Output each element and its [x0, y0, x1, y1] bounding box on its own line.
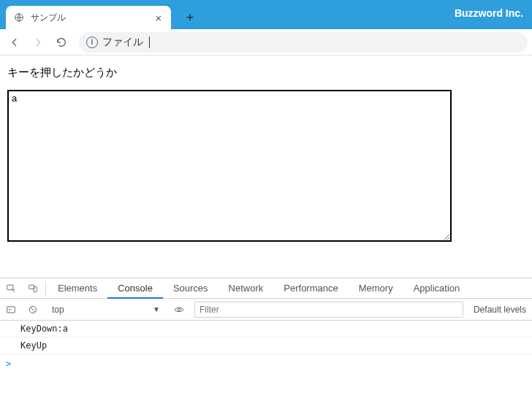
back-button[interactable] — [4, 32, 25, 53]
browser-toolbar: i ファイル — [0, 29, 532, 56]
svg-point-6 — [178, 308, 180, 311]
tab-performance[interactable]: Performance — [273, 278, 348, 298]
context-label: top — [52, 305, 64, 315]
tab-memory[interactable]: Memory — [349, 278, 403, 298]
forward-button[interactable] — [28, 32, 48, 53]
devtools-panel: Elements Console Sources Network Perform… — [0, 278, 532, 409]
reload-button[interactable] — [51, 32, 72, 53]
browser-tab[interactable]: サンプル × — [6, 6, 171, 29]
page-content: キーを押したかどうか — [0, 56, 532, 278]
console-log: KeyDown:a KeyUp > — [0, 321, 532, 409]
tab-sources[interactable]: Sources — [163, 278, 218, 298]
log-levels-select[interactable]: Default levels — [468, 305, 532, 315]
console-sidebar-toggle-icon[interactable] — [0, 299, 22, 320]
tab-title: サンプル — [31, 12, 146, 24]
svg-rect-1 — [7, 285, 13, 289]
address-bar[interactable]: i ファイル — [79, 32, 528, 53]
info-icon: i — [86, 37, 98, 48]
text-cursor — [149, 37, 150, 48]
devtools-tabbar: Elements Console Sources Network Perform… — [0, 278, 532, 299]
filter-input[interactable] — [194, 302, 463, 318]
tab-console[interactable]: Console — [107, 278, 163, 299]
device-toggle-icon[interactable] — [22, 278, 44, 298]
close-icon[interactable]: × — [152, 11, 165, 24]
page-heading: キーを押したかどうか — [7, 66, 525, 80]
context-select[interactable]: top ▼ — [48, 302, 164, 318]
new-tab-button[interactable]: + — [180, 7, 200, 28]
address-text: ファイル — [102, 36, 143, 49]
svg-rect-2 — [29, 285, 34, 288]
clear-console-icon[interactable] — [22, 299, 44, 320]
chevron-down-icon: ▼ — [153, 305, 160, 313]
live-expression-icon[interactable] — [168, 299, 190, 320]
prompt-caret-icon: > — [6, 359, 11, 369]
inspect-icon[interactable] — [0, 278, 22, 298]
tab-application[interactable]: Application — [403, 278, 471, 298]
globe-icon — [13, 12, 25, 23]
console-prompt[interactable]: > — [0, 354, 532, 372]
main-textarea[interactable] — [7, 90, 452, 242]
console-toolbar: top ▼ Default levels — [0, 299, 532, 321]
divider — [45, 281, 46, 295]
tab-elements[interactable]: Elements — [48, 278, 107, 298]
tab-network[interactable]: Network — [218, 278, 274, 298]
log-entry: KeyDown:a — [0, 321, 532, 337]
log-entry: KeyUp — [0, 337, 532, 354]
brand-label: Buzzword Inc. — [455, 7, 523, 19]
browser-titlebar: サンプル × + Buzzword Inc. — [0, 0, 532, 29]
